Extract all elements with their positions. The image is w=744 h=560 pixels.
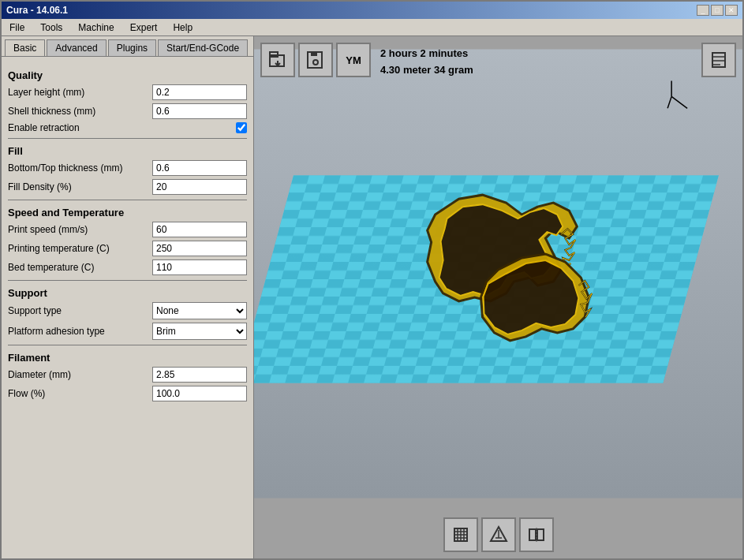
support-type-row: Support type None Touching buildplate Ev… [8, 302, 247, 319]
support-type-select[interactable]: None Touching buildplate Everywhere [152, 302, 247, 319]
svg-rect-21 [311, 52, 317, 56]
sep4 [8, 345, 247, 345]
tab-basic[interactable]: Basic [5, 39, 45, 57]
viewport[interactable]: YM 2 hours 2 minutes 4.30 meter 34 gram [254, 36, 742, 558]
viewport-toolbar: YM [260, 43, 371, 77]
main-content: Basic Advanced Plugins Start/End-GCode Q… [2, 36, 742, 558]
tab-content: Quality Layer height (mm) Shell thicknes… [2, 56, 253, 558]
menu-help[interactable]: Help [168, 21, 197, 35]
layer-height-input[interactable] [152, 84, 247, 100]
layer-view-button[interactable] [701, 43, 736, 77]
close-button[interactable]: ✕ [725, 5, 738, 16]
menu-file[interactable]: File [5, 21, 29, 35]
svg-rect-37 [529, 529, 536, 540]
sep3 [8, 280, 247, 281]
youmagine-button[interactable]: YM [336, 43, 371, 77]
platform-adhesion-select[interactable]: None Brim Raft [152, 323, 247, 340]
viewport-bottom-toolbar [443, 517, 554, 552]
layer-height-label: Layer height (mm) [8, 87, 152, 98]
platform-adhesion-row: Platform adhesion type None Brim Raft [8, 323, 247, 340]
title-bar: Cura - 14.06.1 _ □ ✕ [2, 2, 742, 19]
printing-temp-row: Printing temperature (C) [8, 241, 247, 256]
menu-tools[interactable]: Tools [36, 21, 67, 35]
printing-temp-input[interactable] [152, 241, 247, 256]
menu-machine[interactable]: Machine [73, 21, 118, 35]
svg-rect-38 [537, 529, 544, 540]
support-type-label: Support type [8, 305, 152, 316]
diameter-label: Diameter (mm) [8, 369, 152, 380]
maximize-button[interactable]: □ [711, 5, 723, 16]
scale-button[interactable] [481, 517, 516, 552]
tab-start-end-gcode[interactable]: Start/End-GCode [158, 39, 248, 56]
bed-temp-row: Bed temperature (C) [8, 259, 247, 275]
print-time: 2 hours 2 minutes [380, 46, 473, 62]
fill-density-input[interactable] [152, 179, 247, 195]
shell-thickness-label: Shell thickness (mm) [8, 106, 152, 117]
fill-density-label: Fill Density (%) [8, 181, 152, 192]
enable-retraction-row: Enable retraction [8, 122, 247, 133]
bed-temp-input[interactable] [152, 259, 247, 275]
shell-thickness-row: Shell thickness (mm) [8, 103, 247, 119]
window-controls: _ □ ✕ [697, 5, 738, 16]
bottom-top-thickness-row: Bottom/Top thickness (mm) [8, 160, 247, 176]
layer-height-row: Layer height (mm) [8, 84, 247, 100]
main-window: Cura - 14.06.1 _ □ ✕ File Tools Machine … [0, 0, 744, 560]
diameter-input[interactable] [152, 367, 247, 383]
mirror-button[interactable] [519, 517, 554, 552]
save-gcode-button[interactable] [298, 43, 333, 77]
menu-bar: File Tools Machine Expert Help [2, 19, 742, 36]
minimize-button[interactable]: _ [697, 5, 709, 16]
filament-section-title: Filament [8, 352, 247, 364]
speed-section-title: Speed and Temperature [8, 207, 247, 218]
fill-section-title: Fill [8, 145, 247, 157]
menu-expert[interactable]: Expert [125, 21, 163, 35]
fill-density-row: Fill Density (%) [8, 179, 247, 195]
platform-adhesion-label: Platform adhesion type [8, 326, 152, 337]
print-speed-label: Print speed (mm/s) [8, 224, 152, 235]
scene-svg [254, 36, 742, 511]
right-panel: YM 2 hours 2 minutes 4.30 meter 34 gram [254, 36, 742, 558]
support-section-title: Support [8, 287, 247, 299]
tab-advanced[interactable]: Advanced [47, 39, 106, 56]
enable-retraction-checkbox[interactable] [236, 122, 247, 133]
enable-retraction-label: Enable retraction [8, 122, 236, 133]
load-model-button[interactable] [260, 43, 295, 77]
print-info: 2 hours 2 minutes 4.30 meter 34 gram [380, 46, 473, 79]
sep1 [8, 138, 247, 139]
sep2 [8, 200, 247, 200]
print-material: 4.30 meter 34 gram [380, 62, 473, 79]
flow-row: Flow (%) [8, 386, 247, 401]
print-speed-row: Print speed (mm/s) [8, 222, 247, 237]
window-title: Cura - 14.06.1 [6, 5, 68, 16]
print-speed-input[interactable] [152, 222, 247, 237]
printing-temp-label: Printing temperature (C) [8, 243, 152, 254]
bed-temp-label: Bed temperature (C) [8, 262, 152, 273]
svg-point-22 [313, 60, 318, 65]
flow-input[interactable] [152, 386, 247, 401]
shell-thickness-input[interactable] [152, 103, 247, 119]
left-panel: Basic Advanced Plugins Start/End-GCode Q… [2, 36, 254, 558]
diameter-row: Diameter (mm) [8, 367, 247, 383]
rotate-button[interactable] [443, 517, 478, 552]
bottom-top-thickness-input[interactable] [152, 160, 247, 176]
tabs: Basic Advanced Plugins Start/End-GCode [2, 36, 253, 56]
quality-section-title: Quality [8, 69, 247, 81]
tab-plugins[interactable]: Plugins [108, 39, 156, 56]
flow-label: Flow (%) [8, 388, 152, 399]
bottom-top-thickness-label: Bottom/Top thickness (mm) [8, 162, 152, 174]
3d-scene [254, 36, 742, 511]
